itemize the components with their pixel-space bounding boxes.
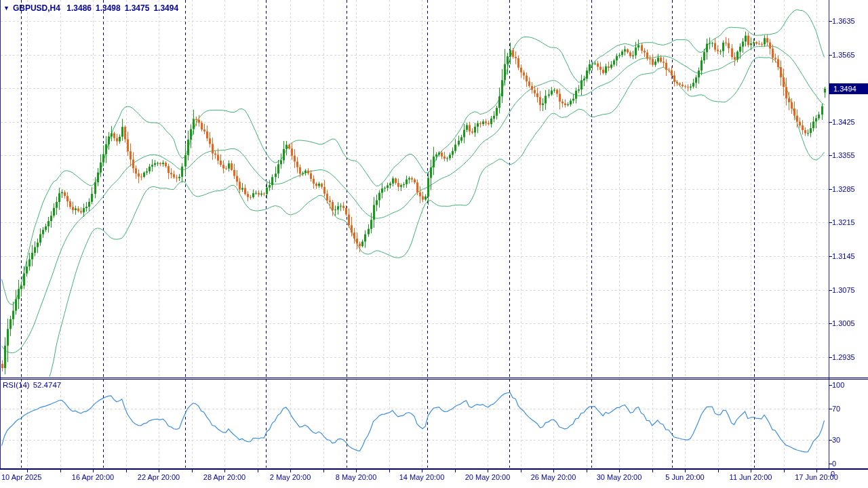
symbol-dropdown-icon[interactable]: ▼ <box>3 5 9 12</box>
current-price-label: 1.3494 <box>829 83 868 94</box>
time-tick-label: 14 May 20:00 <box>391 472 452 482</box>
price-tick-label: 1.3005 <box>832 319 867 328</box>
rsi-name: RSI(14) <box>3 381 30 389</box>
time-tick-label: 5 Jun 20:00 <box>654 472 715 482</box>
price-tick-label: 1.3355 <box>832 150 867 160</box>
time-tick-label: 28 Apr 20:00 <box>194 472 255 482</box>
rsi-indicator-label: RSI(14)52.4747 <box>3 381 64 389</box>
rsi-tick-label: 100 <box>832 380 867 390</box>
symbol-period-label: GBPUSD,H4 <box>13 3 60 13</box>
ohlc-high: 1.3498 <box>96 3 121 13</box>
price-tick-label: 1.2935 <box>832 352 867 362</box>
ohlc-open: 1.3486 <box>66 3 92 13</box>
main-price-pane[interactable] <box>0 0 829 377</box>
price-tick-label: 1.3215 <box>832 218 867 227</box>
price-tick-label: 1.3565 <box>832 50 867 60</box>
price-tick-label: 1.3145 <box>832 251 867 261</box>
price-tick-label: 1.3425 <box>832 117 867 127</box>
rsi-tick-label: 70 <box>832 404 867 413</box>
price-tick-label: 1.3075 <box>832 285 867 295</box>
time-tick-label: 30 May 20:00 <box>589 472 650 482</box>
time-tick-label: 8 May 20:00 <box>326 472 387 482</box>
ohlc-low: 1.3475 <box>125 3 150 13</box>
time-tick-label: 26 May 20:00 <box>523 472 584 482</box>
chart-window: ▼GBPUSD,H4 1.34861.34981.34751.3494 RSI(… <box>0 0 868 488</box>
time-tick-label: 2 May 20:00 <box>260 472 321 482</box>
symbol-info-line: ▼GBPUSD,H4 1.34861.34981.34751.3494 <box>3 3 182 13</box>
time-tick-label: 16 Apr 20:00 <box>62 472 123 482</box>
price-tick-label: 1.3285 <box>832 184 867 194</box>
time-tick-label: 10 Apr 2025 <box>1 472 41 482</box>
price-tick-label: 1.3635 <box>832 16 867 26</box>
rsi-value: 52.4747 <box>33 381 62 389</box>
rsi-tick-label: 0 <box>832 459 867 468</box>
rsi-zero-axis-label: 0 <box>831 469 835 479</box>
ohlc-close: 1.3494 <box>153 3 178 13</box>
rsi-tick-label: 30 <box>832 435 867 445</box>
rsi-pane[interactable] <box>0 379 829 468</box>
time-tick-label: 20 May 20:00 <box>457 472 518 482</box>
time-tick-label: 17 Jun 20:00 <box>786 472 847 482</box>
time-tick-label: 22 Apr 20:00 <box>128 472 189 482</box>
time-tick-label: 11 Jun 20:00 <box>720 472 781 482</box>
